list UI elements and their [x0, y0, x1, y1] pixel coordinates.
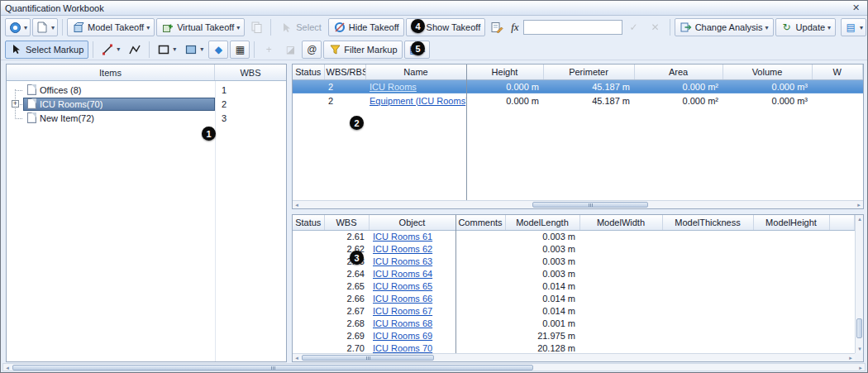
- scroll-right-arrow-icon[interactable]: ▸: [847, 354, 855, 362]
- wbs-column-header[interactable]: WBS: [215, 65, 286, 80]
- tree-expander-icon[interactable]: +: [12, 100, 19, 108]
- status-cell: [293, 329, 324, 342]
- object-row[interactable]: 2.70ICU Rooms 7020.128 m: [293, 342, 855, 353]
- select-button[interactable]: Select: [275, 18, 327, 36]
- object-hscrollbar[interactable]: ◂ ▸: [293, 353, 855, 361]
- hatch-button[interactable]: ▦: [230, 41, 250, 59]
- select-markup-button[interactable]: Select Markup: [5, 41, 88, 59]
- object-link[interactable]: ICU Rooms 66: [373, 294, 432, 304]
- column-header-comments[interactable]: Comments: [455, 215, 505, 230]
- column-header-volume[interactable]: Volume: [723, 65, 812, 79]
- virtual-takeoff-button[interactable]: Virtual Takeoff ▾: [156, 18, 245, 36]
- object-link[interactable]: ICU Rooms 67: [373, 306, 432, 316]
- scroll-right-arrow-icon[interactable]: ▸: [855, 201, 863, 209]
- scroll-up-arrow-icon[interactable]: ▴: [856, 215, 864, 223]
- workbook-edit-button[interactable]: [487, 18, 507, 36]
- linestring-markup-button[interactable]: [125, 41, 145, 59]
- close-button[interactable]: ✕: [849, 2, 863, 14]
- column-header-modelheight[interactable]: ModelHeight: [753, 215, 829, 230]
- column-header-object[interactable]: Object: [369, 215, 455, 230]
- column-header-modellength[interactable]: ModelLength: [505, 215, 579, 230]
- takeoff-row[interactable]: 2ICU Rooms0.000 m45.187 m0.000 m²0.000 m…: [293, 79, 863, 93]
- dropdown-arrow-icon: ▾: [146, 24, 150, 31]
- takeoff-name-link[interactable]: Equipment (ICU Rooms): [370, 96, 466, 106]
- object-link[interactable]: ICU Rooms 65: [373, 281, 432, 291]
- rectangle-markup-button[interactable]: ▾: [154, 41, 179, 59]
- column-header-blank: [829, 215, 855, 230]
- object-link[interactable]: ICU Rooms 63: [373, 256, 432, 266]
- object-row[interactable]: 2.61ICU Rooms 610.003 m: [293, 230, 855, 242]
- object-row[interactable]: 2.64ICU Rooms 640.003 m: [293, 267, 855, 280]
- column-header-wbs[interactable]: WBS: [324, 215, 369, 230]
- takeoff-hscroll-thumb[interactable]: [532, 202, 648, 208]
- window-hscroll-thumb[interactable]: [12, 365, 533, 371]
- object-row[interactable]: 2.69ICU Rooms 6921.975 m: [293, 329, 855, 342]
- column-header-perimeter[interactable]: Perimeter: [543, 65, 634, 79]
- pad-cell: [829, 292, 855, 304]
- item-menu-button[interactable]: ▾: [32, 18, 58, 36]
- object-row[interactable]: 2.68ICU Rooms 680.001 m: [293, 317, 855, 329]
- object-link[interactable]: ICU Rooms 62: [373, 244, 432, 254]
- object-hscroll-thumb[interactable]: [302, 355, 434, 361]
- column-header-area[interactable]: Area: [634, 65, 723, 79]
- takeoff-name-link[interactable]: ICU Rooms: [370, 82, 417, 92]
- object-row[interactable]: 2.63ICU Rooms 630.003 m: [293, 255, 855, 267]
- scroll-down-arrow-icon[interactable]: ▾: [856, 345, 864, 353]
- object-link[interactable]: ICU Rooms 64: [373, 269, 432, 279]
- scroll-right-arrow-icon[interactable]: ▸: [856, 364, 865, 372]
- formula-input[interactable]: [523, 20, 622, 35]
- tree-item[interactable]: New Item(72): [23, 112, 215, 125]
- object-row[interactable]: 2.65ICU Rooms 650.014 m: [293, 280, 855, 292]
- object-link[interactable]: ICU Rooms 69: [373, 331, 432, 341]
- copy-takeoff-button[interactable]: [246, 18, 266, 36]
- tree-item-selected[interactable]: ICU Rooms(70): [23, 98, 215, 111]
- object-row[interactable]: 2.62ICU Rooms 620.003 m: [293, 242, 855, 255]
- object-link[interactable]: ICU Rooms 68: [373, 318, 432, 328]
- object-link[interactable]: ICU Rooms 61: [373, 232, 432, 241]
- object-vscroll-thumb[interactable]: [856, 318, 862, 338]
- window-hscrollbar[interactable]: ◂ ▸: [2, 363, 866, 371]
- takeoff-row[interactable]: 2Equipment (ICU Rooms)0.000 m45.187 m0.0…: [293, 93, 863, 108]
- column-header-status[interactable]: Status: [293, 215, 324, 230]
- accept-formula-button[interactable]: ✓: [624, 18, 644, 36]
- column-header-wbs-rbs[interactable]: WBS/RBS: [324, 65, 365, 79]
- add-vertex-button[interactable]: +: [259, 41, 279, 59]
- takeoff-hscrollbar[interactable]: ◂ ▸: [293, 200, 863, 208]
- model-takeoff-button[interactable]: Model Takeoff ▾: [67, 18, 155, 36]
- object-vscrollbar[interactable]: ▴ ▾: [855, 215, 863, 353]
- area-markup-button[interactable]: ▾: [181, 41, 207, 59]
- update-button[interactable]: ↻ Update ▾: [775, 18, 837, 36]
- column-header-height[interactable]: Height: [466, 65, 543, 79]
- column-header-w[interactable]: W: [812, 65, 863, 79]
- items-column-header[interactable]: Items: [7, 65, 215, 80]
- tree-item-row[interactable]: +ICU Rooms(70)2: [7, 97, 286, 111]
- line-markup-button[interactable]: ▾: [98, 41, 123, 59]
- scroll-left-arrow-icon[interactable]: ◂: [293, 201, 301, 209]
- object-row[interactable]: 2.67ICU Rooms 670.014 m: [293, 304, 855, 317]
- eraser-button[interactable]: ◪: [280, 41, 300, 59]
- bucket-fill-button[interactable]: ◆: [208, 41, 228, 59]
- column-header-modelthickness[interactable]: ModelThickness: [662, 215, 753, 230]
- cancel-formula-button[interactable]: ✕: [646, 18, 665, 36]
- model-length-cell: 0.003 m: [505, 242, 579, 255]
- column-header-modelwidth[interactable]: ModelWidth: [579, 215, 662, 230]
- bucket-fill-icon: ◆: [212, 43, 225, 56]
- change-analysis-button[interactable]: Change Analysis ▾: [675, 18, 774, 36]
- scroll-left-arrow-icon[interactable]: ◂: [293, 354, 301, 362]
- takeoff-menu-button[interactable]: ▾: [5, 18, 31, 36]
- select-markup-label: Select Markup: [26, 45, 83, 55]
- object-link[interactable]: ICU Rooms 70: [373, 343, 432, 353]
- toolbar-separator: [62, 19, 63, 36]
- tree-item-wbs: 3: [215, 113, 286, 123]
- scroll-left-arrow-icon[interactable]: ◂: [3, 364, 12, 372]
- object-row[interactable]: 2.66ICU Rooms 660.014 m: [293, 292, 855, 304]
- circle-markup-button[interactable]: @: [302, 41, 322, 59]
- tree-item-row[interactable]: Offices (8)1: [7, 83, 286, 97]
- tree-item[interactable]: Offices (8): [23, 84, 215, 97]
- column-header-name[interactable]: Name: [365, 65, 466, 79]
- export-button[interactable]: ▤ ▾: [841, 18, 866, 36]
- column-header-status[interactable]: Status: [293, 65, 324, 79]
- hide-takeoff-button[interactable]: Hide Takeoff: [328, 18, 404, 36]
- filter-markup-button[interactable]: Filter Markup: [323, 41, 402, 59]
- tree-item-row[interactable]: New Item(72)3: [7, 111, 286, 125]
